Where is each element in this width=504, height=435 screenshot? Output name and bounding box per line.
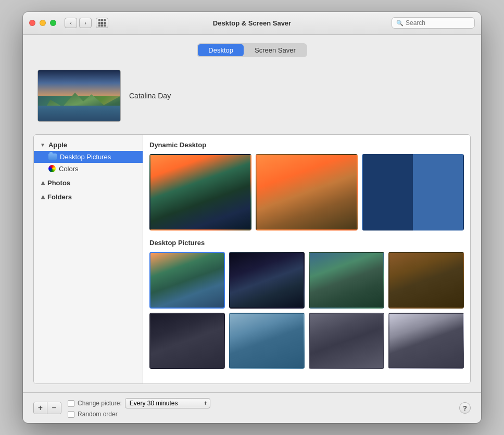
preview-water (38, 106, 120, 121)
wallpaper-thumb-stormy-sea[interactable] (309, 313, 384, 369)
sidebar-item-colors[interactable]: Colors (34, 163, 143, 175)
sidebar-item-desktop-pictures-label: Desktop Pictures (60, 153, 111, 161)
close-button[interactable] (29, 20, 35, 26)
sidebar-group-folders-header[interactable]: ▶ Folders (34, 191, 143, 203)
dynamic-desktop-grid (149, 154, 464, 231)
preview-sky (38, 70, 120, 96)
content-area: Desktop Screen Saver Catalina Day ▼ Appl… (23, 35, 481, 393)
grid-view-button[interactable] (96, 18, 108, 28)
right-panel: Dynamic Desktop Desktop Pictures (143, 135, 470, 384)
random-order-checkbox-label[interactable]: Random order (68, 411, 210, 418)
sidebar-group-photos-label: Photos (47, 179, 70, 187)
traffic-lights (29, 20, 56, 26)
search-box[interactable]: 🔍 (392, 17, 475, 29)
sidebar-group-photos: ▶ Photos (34, 177, 143, 189)
sidebar-group-apple: ▼ Apple Desktop Pictures Colors (34, 139, 143, 175)
main-content: ▼ Apple Desktop Pictures Colors ▶ (33, 134, 471, 385)
wallpaper-thumb-dark-cliffs[interactable] (149, 313, 225, 369)
sidebar-group-folders: ▶ Folders (34, 191, 143, 203)
change-picture-checkbox[interactable] (68, 400, 74, 407)
window-title: Desktop & Screen Saver (213, 19, 291, 27)
colors-icon (48, 165, 56, 172)
add-button[interactable]: + (34, 402, 47, 414)
sidebar-item-desktop-pictures[interactable]: Desktop Pictures (34, 151, 143, 163)
tab-screensaver[interactable]: Screen Saver (244, 44, 306, 56)
expand-triangle-icon: ▶ (40, 181, 45, 185)
wallpaper-thumb-catalina-night[interactable] (229, 252, 305, 309)
preview-section: Catalina Day (33, 66, 471, 126)
wallpaper-thumb-ocean-view[interactable] (229, 313, 305, 369)
tab-desktop[interactable]: Desktop (198, 44, 244, 56)
interval-select-wrapper[interactable]: Every 5 seconds Every 1 minute Every 5 m… (125, 398, 210, 408)
wallpaper-thumb-cloudy-water[interactable] (388, 313, 464, 369)
minimize-button[interactable] (40, 20, 46, 26)
section-title-desktop-pictures: Desktop Pictures (149, 239, 464, 247)
grid-icon (98, 19, 106, 27)
back-button[interactable]: ‹ (65, 18, 77, 28)
search-input[interactable] (406, 19, 470, 27)
sidebar-group-apple-header[interactable]: ▼ Apple (34, 139, 143, 151)
section-title-dynamic-desktop: Dynamic Desktop (149, 141, 464, 149)
random-order-checkbox[interactable] (68, 411, 74, 418)
remove-button[interactable]: − (47, 402, 61, 414)
wallpaper-thumb-mojave-day[interactable] (256, 154, 358, 231)
nav-buttons: ‹ › (65, 18, 92, 28)
sidebar-group-photos-header[interactable]: ▶ Photos (34, 177, 143, 189)
preview-image (37, 70, 121, 122)
tab-group: Desktop Screen Saver (197, 43, 307, 57)
desktop-screensaver-window: ‹ › Desktop & Screen Saver 🔍 Desktop Scr… (23, 12, 481, 424)
change-picture-checkbox-label[interactable]: Change picture: Every 5 seconds Every 1 … (68, 398, 210, 408)
folder-icon (48, 153, 57, 160)
add-remove-buttons: + − (33, 402, 61, 414)
maximize-button[interactable] (50, 20, 56, 26)
help-button[interactable]: ? (459, 402, 471, 414)
picture-options: Change picture: Every 5 seconds Every 1 … (68, 398, 210, 418)
expand-triangle-folders-icon: ▶ (40, 195, 45, 199)
collapse-triangle-icon: ▼ (40, 142, 45, 148)
preview-name: Catalina Day (129, 92, 171, 100)
desktop-pictures-grid (149, 252, 464, 369)
titlebar: ‹ › Desktop & Screen Saver 🔍 (23, 12, 481, 35)
wallpaper-thumb-blue-gradient[interactable] (362, 154, 464, 231)
forward-button[interactable]: › (79, 18, 92, 28)
sidebar: ▼ Apple Desktop Pictures Colors ▶ (34, 135, 143, 384)
sidebar-group-folders-label: Folders (47, 193, 72, 201)
sidebar-item-colors-label: Colors (59, 165, 79, 173)
random-order-label: Random order (78, 411, 118, 418)
wallpaper-thumb-catalina-island-day[interactable] (149, 252, 225, 309)
wallpaper-thumb-catalina-sunset[interactable] (149, 154, 251, 231)
bottom-bar: + − Change picture: Every 5 seconds Ever… (23, 392, 481, 423)
change-picture-label: Change picture: (78, 400, 122, 407)
wallpaper-thumb-sunset-rocks[interactable] (388, 252, 464, 309)
tab-bar: Desktop Screen Saver (33, 43, 471, 57)
search-icon: 🔍 (396, 20, 404, 27)
interval-select[interactable]: Every 5 seconds Every 1 minute Every 5 m… (125, 398, 210, 408)
wallpaper-thumb-island-aerial[interactable] (309, 252, 384, 309)
sidebar-group-apple-label: Apple (48, 141, 67, 149)
